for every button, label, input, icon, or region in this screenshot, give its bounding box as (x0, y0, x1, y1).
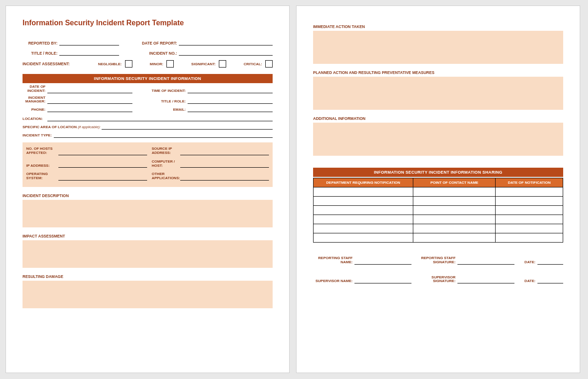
section-header-info: INFORMATION SECURITY INCIDENT INFORMATIO… (23, 74, 273, 83)
label-date2: DATE: (514, 279, 537, 283)
input-os[interactable] (58, 175, 147, 181)
label-title-role: TITLE / ROLE: (23, 51, 59, 56)
label-additional: ADDITIONAL INFORMATION (313, 116, 563, 121)
input-title-role[interactable] (59, 50, 119, 56)
document-title: Information Security Incident Report Tem… (23, 19, 273, 27)
col-poc: POINT OF CONTACT NAME (413, 178, 496, 187)
input-ip[interactable] (58, 162, 147, 168)
network-info-block: NO. OF HOSTS AFFECTED: SOURCE IP ADDRESS… (23, 142, 273, 187)
label-date-of-report: DATE OF REPORT: (119, 41, 179, 45)
input-date-incident[interactable] (47, 88, 132, 93)
input-sup-sig[interactable] (457, 278, 514, 283)
textarea-impact[interactable] (23, 240, 273, 268)
input-phone[interactable] (47, 107, 132, 112)
assessment-row: INCIDENT ASSESSMENT: NEGLIGIBLE: MINOR: … (23, 60, 273, 68)
label-immediate: IMMEDIATE ACTION TAKEN (313, 24, 563, 29)
row-reported-by: REPORTED BY: DATE OF REPORT: (23, 40, 273, 45)
label-incident-type: INCIDENT TYPE: (23, 134, 54, 138)
input-hosts[interactable] (58, 150, 147, 155)
label-email: EMAIL: (132, 108, 188, 112)
input-staff-sig[interactable] (457, 259, 514, 265)
row-title-role: TITLE / ROLE: INCIDENT NO.: (23, 50, 273, 56)
col-date: DATE OF NOTIFICATION (496, 178, 563, 187)
label-incident-desc: INCIDENT DESCRIPTION (23, 193, 273, 198)
input-source-ip[interactable] (180, 150, 269, 155)
page-1: Information Security Incident Report Tem… (6, 6, 290, 373)
checkbox-significant[interactable] (219, 60, 226, 68)
input-time-incident[interactable] (188, 88, 273, 93)
label-sup-sig: SUPERVISOR SIGNATURE: (411, 276, 457, 284)
input-staff-name[interactable] (354, 259, 411, 265)
input-reported-by[interactable] (59, 40, 119, 45)
table-row[interactable] (314, 197, 563, 206)
label-ip: IP ADDRESS: (26, 164, 58, 168)
opt-negligible: NEGLIGIBLE: (98, 62, 122, 66)
label-computer: COMPUTER / HOST: (147, 160, 180, 168)
input-other-apps[interactable] (180, 175, 269, 181)
label-reported-by: REPORTED BY: (23, 41, 59, 45)
label-title-role2: TITLE / ROLE: (132, 100, 188, 104)
label-location: LOCATION: (23, 117, 47, 121)
label-phone: PHONE: (23, 108, 47, 112)
textarea-planned[interactable] (313, 77, 563, 110)
textarea-damage[interactable] (23, 281, 273, 308)
label-incident-no: INCIDENT NO.: (119, 51, 179, 56)
input-incident-no[interactable] (179, 50, 273, 56)
input-incident-manager[interactable] (47, 98, 132, 104)
label-date1: DATE: (514, 260, 537, 265)
label-os: OPERATING SYSTEM: (26, 172, 58, 181)
opt-critical: CRITICAL: (244, 62, 262, 66)
table-row[interactable] (314, 187, 563, 197)
label-impact: IMPACT ASSESSMENT (23, 234, 273, 238)
input-computer[interactable] (180, 162, 269, 168)
label-specific-area: SPECIFIC AREA OF LOCATION (if applicable… (23, 125, 102, 130)
label-staff-name: REPORTING STAFF NAME: (313, 256, 354, 265)
label-other-apps: OTHER APPLICATIONS: (147, 172, 180, 181)
input-location[interactable] (47, 116, 273, 121)
sharing-table: DEPARTMENT REQUIRING NOTIFICATION POINT … (313, 178, 563, 243)
input-title-role2[interactable] (188, 98, 273, 104)
input-incident-type[interactable] (54, 132, 273, 138)
textarea-additional[interactable] (313, 123, 563, 156)
label-damage: RESULTING DAMAGE (23, 274, 273, 279)
input-specific-area[interactable] (102, 124, 273, 130)
input-date1[interactable] (537, 259, 563, 265)
input-sup-name[interactable] (354, 278, 411, 283)
label-hosts: NO. OF HOSTS AFFECTED: (26, 147, 58, 155)
checkbox-minor[interactable] (166, 60, 174, 68)
label-planned: PLANNED ACTION AND RESULTING PREVENTATIV… (313, 70, 563, 75)
col-dept: DEPARTMENT REQUIRING NOTIFICATION (314, 178, 413, 187)
section-header-sharing: INFORMATION SECURITY INCIDENT INFORMATIO… (313, 168, 563, 177)
textarea-immediate[interactable] (313, 31, 563, 64)
label-incident-manager: INCIDENT MANAGER: (23, 96, 47, 104)
checkbox-negligible[interactable] (125, 60, 132, 68)
page-2: IMMEDIATE ACTION TAKEN PLANNED ACTION AN… (296, 6, 580, 373)
opt-significant: SIGNIFICANT: (191, 62, 216, 66)
opt-minor: MINOR: (150, 62, 163, 66)
label-assessment: INCIDENT ASSESSMENT: (23, 62, 70, 66)
table-row[interactable] (314, 206, 563, 215)
input-email[interactable] (188, 107, 273, 112)
input-date2[interactable] (537, 278, 563, 283)
label-source-ip: SOURCE IP ADDRESS: (147, 147, 180, 155)
input-date-of-report[interactable] (179, 40, 273, 45)
label-staff-sig: REPORTING STAFF SIGNATURE: (411, 256, 457, 265)
textarea-incident-desc[interactable] (23, 200, 273, 227)
label-time-incident: TIME OF INCIDENT: (132, 89, 188, 93)
table-row[interactable] (314, 215, 563, 224)
table-row[interactable] (314, 224, 563, 233)
label-sup-name: SUPERVISOR NAME: (313, 279, 354, 283)
label-date-incident: DATE OF INCIDENT: (23, 85, 47, 93)
checkbox-critical[interactable] (265, 60, 273, 68)
table-row[interactable] (314, 233, 563, 243)
